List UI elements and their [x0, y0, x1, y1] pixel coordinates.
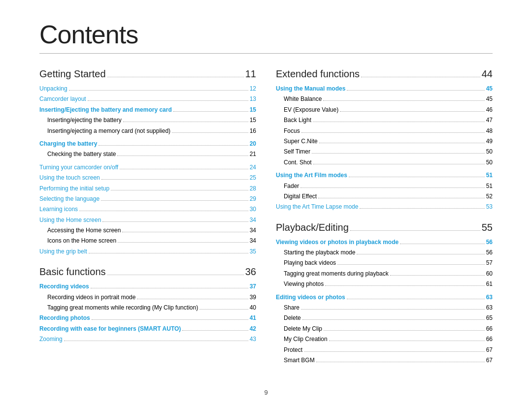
list-item: Extended functions 44 [276, 65, 493, 83]
list-item: Tagging great moments during playback 60 [276, 269, 493, 279]
list-item: Learning icons 30 [39, 204, 256, 214]
list-item: EV (Exposure Value) 46 [276, 105, 493, 115]
list-item: Digital Effect 52 [276, 191, 493, 201]
section-heading: Playback/Editing [276, 219, 349, 236]
page-number: 9 [264, 389, 267, 396]
toc-columns: Getting Started 11 Unpacking 12 Camcorde… [39, 65, 493, 391]
list-item: Viewing videos or photos in playback mod… [276, 237, 493, 247]
page-title: Contents [39, 20, 138, 49]
list-item: Using the Art Time Lapse mode 53 [276, 202, 493, 212]
list-item: Delete 65 [276, 313, 493, 323]
section-page: 36 [245, 263, 256, 280]
list-item: Recording videos 37 [39, 281, 256, 291]
list-item: Fader 51 [276, 181, 493, 191]
list-item: Cont. Shot 50 [276, 157, 493, 167]
list-item: Share 63 [276, 303, 493, 312]
section-heading: Extended functions [276, 65, 360, 82]
list-item: Accessing the Home screen 34 [39, 225, 256, 235]
right-column: Extended functions 44 Using the Manual m… [276, 65, 493, 391]
list-item: Using the grip belt 35 [39, 247, 256, 256]
list-item: Inserting/Ejecting the battery and memor… [39, 105, 256, 115]
section-heading: Basic functions [39, 263, 106, 280]
list-item: White Balance 45 [276, 94, 493, 104]
list-item: Inserting/ejecting a memory card (not su… [39, 126, 256, 136]
list-item: Selecting the language 29 [39, 194, 256, 204]
left-column: Getting Started 11 Unpacking 12 Camcorde… [39, 65, 256, 391]
section-page: 55 [482, 219, 493, 236]
list-item: Zooming 43 [39, 334, 256, 344]
list-item: Smart BGM 67 [276, 355, 493, 365]
list-item: Playback/Editing 55 [276, 219, 493, 237]
list-item: Basic functions 36 [39, 263, 256, 281]
list-item: Using the touch screen 25 [39, 173, 256, 183]
list-item: Inserting/ejecting the battery 15 [39, 115, 256, 125]
list-item: Super C.Nite 49 [276, 136, 493, 146]
list-item: Turning your camcorder on/off 24 [39, 162, 256, 172]
list-item: Focus 48 [276, 126, 493, 136]
list-item: Recording with ease for beginners (SMART… [39, 324, 256, 334]
list-item: Checking the battery state 21 [39, 149, 256, 159]
list-item: Playing back videos 57 [276, 258, 493, 268]
list-item: Using the Home screen 34 [39, 215, 256, 225]
section-page: 44 [482, 65, 493, 82]
list-item: Camcorder layout 13 [39, 94, 256, 104]
list-item: Protect 67 [276, 345, 493, 355]
list-item: Tagging great moments while recording (M… [39, 303, 256, 312]
section-page: 11 [245, 65, 256, 82]
list-item: Recording videos in portrait mode 39 [39, 292, 256, 302]
list-item: Delete My Clip 66 [276, 324, 493, 334]
list-item: Viewing photos 61 [276, 279, 493, 289]
list-item: Performing the initial setup 28 [39, 184, 256, 193]
list-item: Recording photos 41 [39, 313, 256, 323]
section-heading: Getting Started [39, 65, 106, 82]
list-item: Starting the playback mode 56 [276, 248, 493, 257]
list-item: Icons on the Home screen 34 [39, 236, 256, 246]
list-item: Using the Manual modes 45 [276, 84, 493, 94]
list-item: Unpacking 12 [39, 84, 256, 94]
list-item: Getting Started 11 [39, 65, 256, 83]
list-item: Charging the battery 20 [39, 139, 256, 149]
list-item: Using the Art Film modes 51 [276, 170, 493, 180]
list-item: Self Timer 50 [276, 147, 493, 156]
title-divider [39, 53, 493, 54]
list-item: Editing videos or photos 63 [276, 292, 493, 302]
list-item: Back Light 47 [276, 115, 493, 125]
list-item: My Clip Creation 66 [276, 334, 493, 344]
